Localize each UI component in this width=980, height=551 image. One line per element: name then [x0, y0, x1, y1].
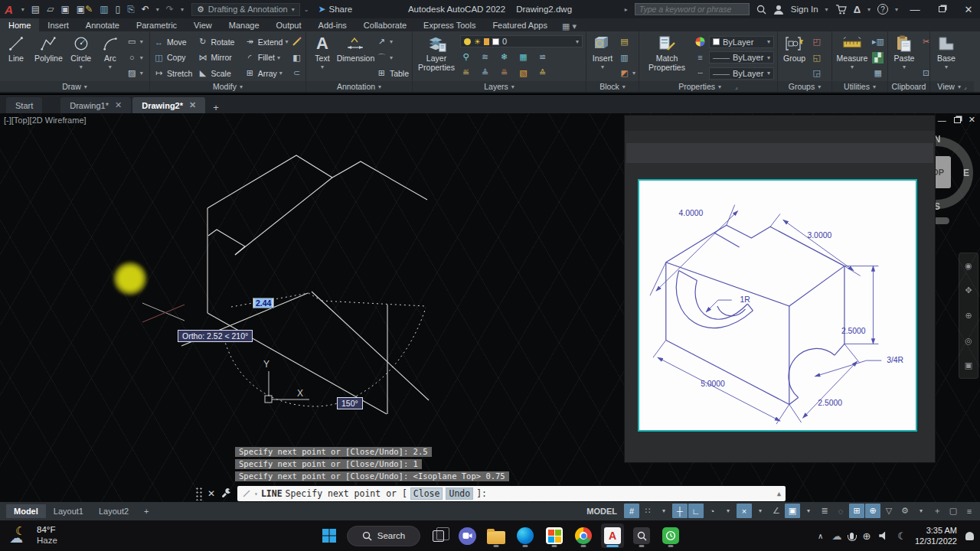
layer-match-icon[interactable]: ≌ [537, 51, 548, 63]
ribbon-tab-home[interactable]: Home [0, 18, 39, 31]
stretch-button[interactable]: ↦Stretch [153, 67, 195, 80]
layer-walk-icon[interactable]: ≞ [498, 67, 510, 79]
clock-app-button[interactable] [659, 523, 682, 548]
paste-button[interactable]: Paste ▾ [891, 34, 917, 81]
ribbon-tab-insert[interactable]: Insert [39, 18, 77, 31]
text-tool-button[interactable]: A Text ▾ [309, 34, 335, 81]
qat-expand-icon[interactable]: ⌄ [304, 6, 309, 13]
recent-commands-icon[interactable]: ▾ [254, 491, 258, 497]
ribbon-tab-express-tools[interactable]: Express Tools [415, 18, 484, 31]
group-button[interactable]: Group [781, 34, 808, 81]
group-select-icon[interactable]: ◲ [811, 67, 822, 79]
edit-block-icon[interactable]: ▥ [619, 52, 630, 64]
layer-prev-icon[interactable]: ≜ [479, 67, 491, 79]
microsoft-store-button[interactable] [543, 523, 566, 548]
system-clock[interactable]: 3:35 AM 12/31/2022 [915, 525, 957, 547]
dynamic-ucs-icon[interactable]: ⊕ [865, 504, 880, 518]
annotation-scale-icon[interactable]: ＋ [929, 504, 945, 518]
rectangle-icon[interactable]: ▭ [126, 36, 138, 47]
text-dropdown-icon[interactable]: ▾ [321, 64, 324, 70]
layer-select-dropdown[interactable]: ☀ 0 ▾ [460, 35, 583, 47]
measure-button[interactable]: Measure ▾ [835, 34, 869, 81]
measure-dropdown-icon[interactable]: ▾ [851, 64, 854, 70]
grid-toggle-icon[interactable]: # [624, 504, 639, 518]
plot-icon[interactable]: ▥ [100, 5, 108, 14]
create-block-icon[interactable]: ▤ [619, 36, 630, 47]
base-dropdown-icon[interactable]: ▾ [945, 64, 948, 70]
help-icon[interactable]: ? [877, 4, 888, 15]
object-color-dropdown[interactable]: ByLayer ▾ [709, 36, 774, 48]
group-edit-icon[interactable]: ◱ [811, 52, 822, 64]
share-icon[interactable]: ➤ [318, 4, 325, 15]
snap-toggle-icon[interactable]: ∷ [640, 504, 655, 518]
osnap-menu-icon[interactable]: ▾ [801, 504, 816, 518]
command-option-undo[interactable]: Undo [446, 487, 473, 500]
autocad-taskbar-button[interactable]: A [601, 523, 624, 548]
model-tab[interactable]: Model [6, 504, 46, 518]
explode-icon[interactable]: ◧ [291, 52, 302, 64]
ribbon-tab-featured-apps[interactable]: Featured Apps [484, 18, 556, 31]
linetype-dropdown[interactable]: —— ByLayer ▾ [709, 67, 774, 80]
autocad-app-menu-icon[interactable]: A [5, 3, 13, 16]
app-menu-chevron-icon[interactable]: ▾ [21, 6, 24, 13]
tracking-menu-icon[interactable]: ▾ [753, 504, 768, 518]
reference-image-window[interactable]: 4.0000 3.0000 1R 2.5000 3/4R 5.0000 2.50… [624, 115, 936, 463]
tray-chevron-icon[interactable]: ∧ [818, 532, 823, 540]
panel-footer-properties[interactable]: Properties▾⌟ [639, 81, 777, 92]
file-tab-drawing2[interactable]: Drawing2*✕ [132, 97, 205, 113]
weather-widget[interactable]: ☾☁ 84°FHaze [9, 524, 57, 546]
ribbon-tab-output[interactable]: Output [268, 18, 310, 31]
panel-launcher-icon[interactable]: ⌟ [964, 83, 967, 90]
showmotion-icon[interactable]: ▣ [965, 360, 972, 370]
arc-tool-button[interactable]: Arc ▾ [97, 34, 123, 81]
arc-dropdown-icon[interactable]: ▾ [109, 64, 112, 70]
hatch-icon[interactable]: ▨ [126, 67, 138, 79]
array-button[interactable]: ⊞Array▾ [244, 67, 289, 80]
selection-filter-icon[interactable]: ▽ [881, 504, 897, 518]
leader-icon[interactable]: ↗ [376, 36, 387, 47]
ribbon-tab-manage[interactable]: Manage [220, 18, 268, 31]
dynamic-input-field[interactable]: 2.44 [253, 298, 274, 308]
redo-chevron-icon[interactable]: ▾ [181, 6, 184, 13]
circle-tool-button[interactable]: Circle ▾ [68, 34, 94, 81]
close-button[interactable]: ✕ [959, 2, 978, 17]
ribbon-tab-addins[interactable]: Add-ins [310, 18, 355, 31]
angle-input-field[interactable]: 150° [337, 397, 363, 409]
undo-chevron-icon[interactable]: ▾ [156, 6, 159, 13]
insert-block-button[interactable]: Insert ▾ [590, 34, 616, 81]
redo-icon[interactable]: ↷ [166, 5, 174, 14]
customization-gear-icon[interactable]: ⚙ [897, 504, 913, 518]
onedrive-icon[interactable]: ☁ [831, 530, 841, 542]
open-folder-icon[interactable]: ▱ [47, 5, 54, 14]
selection-cycling-icon[interactable]: ⊞ [849, 504, 864, 518]
panel-footer-groups[interactable]: Groups▾ [778, 81, 831, 92]
close-tab-icon[interactable]: ✕ [115, 100, 122, 110]
transparency-icon[interactable]: ◌ [833, 504, 848, 518]
command-close-icon[interactable]: ✕ [207, 488, 215, 499]
panel-footer-utilities[interactable]: Utilities▾ [832, 81, 887, 92]
task-view-button[interactable] [426, 523, 449, 548]
select-all-icon[interactable]: ▞ [872, 52, 884, 64]
isodraft-menu-icon[interactable]: ▾ [720, 504, 736, 518]
autodesk-apps-icon[interactable]: Δ [854, 4, 861, 15]
polar-tracking-icon[interactable]: ∠ [769, 504, 784, 518]
layer-properties-button[interactable]: Layer Properties [416, 34, 457, 81]
apps-chevron-icon[interactable]: ▾ [867, 6, 871, 13]
help-search-input[interactable] [635, 3, 750, 15]
start-button[interactable] [318, 523, 341, 548]
cart-icon[interactable] [835, 5, 847, 15]
network-icon[interactable]: ⊕ [862, 530, 871, 542]
command-input[interactable]: ▾ LINE Specify next point or [ Close Und… [237, 486, 786, 501]
extend-button[interactable]: ↠Extend▾ [244, 35, 289, 48]
layout2-tab[interactable]: Layout2 [91, 504, 136, 518]
fillet-button[interactable]: ◜Fillet▾ [244, 51, 289, 64]
line-tool-button[interactable]: Line [3, 34, 29, 81]
hatch-dropdown-icon[interactable]: ▾ [140, 70, 143, 77]
object-snap-icon[interactable]: ▣ [785, 504, 800, 518]
status-menu-icon[interactable]: ≡ [962, 504, 977, 518]
close-tab-icon[interactable]: ✕ [189, 100, 196, 110]
command-bar-grip[interactable] [195, 487, 203, 500]
osnap-tracking-icon[interactable]: × [737, 504, 752, 518]
base-view-button[interactable]: Base ▾ [933, 34, 959, 81]
block-attributes-icon[interactable]: ◩ [619, 67, 630, 79]
